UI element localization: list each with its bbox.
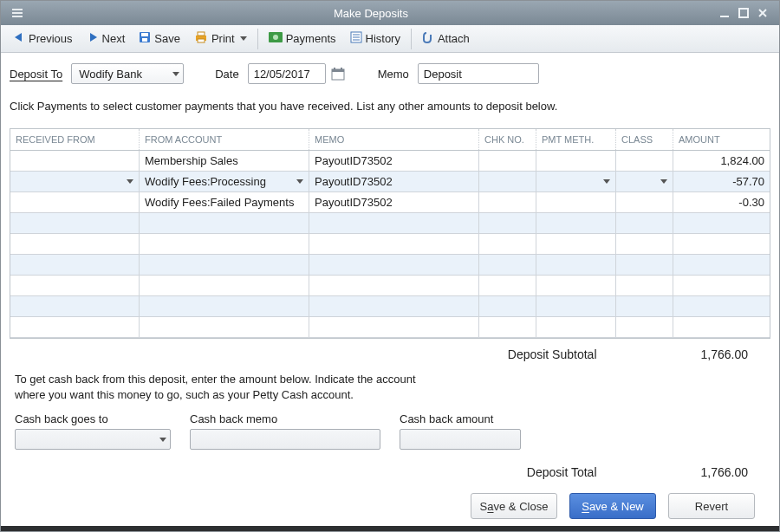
table-cell[interactable]: 1,824.00 — [673, 151, 770, 171]
maximize-icon[interactable] — [734, 5, 753, 21]
table-cell[interactable] — [615, 172, 673, 191]
table-cell[interactable] — [673, 213, 770, 233]
table-cell[interactable] — [673, 276, 770, 295]
table-cell[interactable] — [478, 172, 536, 191]
table-row[interactable]: Wodify Fees:ProcessingPayoutID73502-57.7… — [10, 172, 770, 192]
table-cell[interactable] — [10, 151, 139, 171]
close-icon[interactable] — [753, 5, 772, 21]
table-cell[interactable] — [309, 296, 478, 316]
memo-input[interactable]: Deposit — [418, 63, 539, 84]
print-button[interactable]: Print — [187, 29, 254, 49]
col-amount[interactable]: AMOUNT — [673, 129, 770, 150]
table-cell[interactable] — [10, 213, 139, 233]
table-cell[interactable] — [309, 255, 478, 275]
table-cell[interactable] — [10, 234, 139, 254]
table-cell[interactable] — [478, 296, 536, 316]
table-cell[interactable] — [615, 213, 673, 233]
table-cell[interactable] — [673, 296, 770, 316]
table-cell[interactable] — [10, 255, 139, 275]
table-cell[interactable] — [139, 213, 309, 233]
cashback-amount-input[interactable] — [400, 429, 521, 450]
table-cell[interactable]: Membership Sales — [139, 151, 309, 171]
col-from-account[interactable]: FROM ACCOUNT — [139, 129, 309, 150]
deposit-to-dropdown[interactable]: Wodify Bank — [71, 63, 184, 84]
grid-body[interactable]: Membership SalesPayoutID735021,824.00Wod… — [10, 151, 770, 338]
table-row[interactable] — [10, 213, 770, 234]
table-cell[interactable] — [615, 276, 673, 295]
table-cell[interactable] — [478, 234, 536, 254]
cashback-memo-input[interactable] — [190, 429, 380, 450]
attach-button[interactable]: Attach — [415, 29, 477, 49]
col-class[interactable]: CLASS — [615, 129, 673, 150]
save-and-close-button[interactable]: Save & Close — [471, 493, 557, 519]
col-chk-no[interactable]: CHK NO. — [478, 129, 536, 150]
table-row[interactable]: Membership SalesPayoutID735021,824.00 — [10, 151, 770, 172]
table-cell[interactable] — [615, 192, 673, 212]
previous-button[interactable]: Previous — [6, 29, 80, 49]
table-cell[interactable] — [536, 192, 615, 212]
col-received-from[interactable]: RECEIVED FROM — [10, 129, 139, 150]
table-cell[interactable] — [478, 213, 536, 233]
table-cell[interactable] — [536, 151, 615, 171]
table-cell[interactable] — [536, 213, 615, 233]
table-cell[interactable] — [615, 151, 673, 171]
save-button[interactable]: Save — [132, 29, 187, 49]
table-cell[interactable]: PayoutID73502 — [309, 172, 478, 191]
table-cell[interactable] — [536, 276, 615, 295]
table-cell[interactable] — [309, 317, 478, 337]
table-cell[interactable] — [139, 317, 309, 337]
payments-button[interactable]: Payments — [262, 29, 343, 48]
table-cell[interactable] — [478, 192, 536, 212]
table-row[interactable] — [10, 234, 770, 255]
col-pmt-meth[interactable]: PMT METH. — [536, 129, 615, 150]
history-button[interactable]: History — [343, 29, 407, 49]
table-cell[interactable] — [309, 276, 478, 295]
table-cell[interactable] — [673, 255, 770, 275]
col-memo[interactable]: MEMO — [309, 129, 478, 150]
table-cell[interactable] — [478, 276, 536, 295]
table-cell[interactable] — [10, 296, 139, 316]
table-cell[interactable]: Wodify Fees:Processing — [139, 172, 309, 191]
table-cell[interactable]: -0.30 — [673, 192, 770, 212]
table-cell[interactable]: PayoutID73502 — [309, 151, 478, 171]
table-cell[interactable] — [309, 234, 478, 254]
table-cell[interactable] — [10, 276, 139, 295]
table-cell[interactable]: Wodify Fees:Failed Payments — [139, 192, 309, 212]
table-row[interactable] — [10, 276, 770, 296]
cashback-goes-to-dropdown[interactable] — [15, 429, 171, 450]
table-row[interactable] — [10, 317, 770, 338]
table-cell[interactable] — [478, 151, 536, 171]
table-cell[interactable] — [10, 172, 139, 191]
table-cell[interactable] — [139, 234, 309, 254]
table-cell[interactable] — [478, 317, 536, 337]
table-row[interactable] — [10, 255, 770, 276]
minimize-icon[interactable] — [715, 5, 734, 21]
table-cell[interactable]: -57.70 — [673, 172, 770, 191]
table-cell[interactable] — [536, 172, 615, 191]
table-cell[interactable] — [139, 255, 309, 275]
table-cell[interactable] — [615, 296, 673, 316]
table-cell[interactable] — [309, 213, 478, 233]
table-row[interactable] — [10, 296, 770, 317]
table-cell[interactable] — [10, 192, 139, 212]
table-cell[interactable] — [615, 317, 673, 337]
table-cell[interactable] — [673, 234, 770, 254]
table-cell[interactable] — [536, 296, 615, 316]
save-and-new-button[interactable]: Save & New — [569, 493, 656, 519]
table-cell[interactable] — [673, 317, 770, 337]
table-row[interactable]: Wodify Fees:Failed PaymentsPayoutID73502… — [10, 192, 770, 213]
date-input[interactable]: 12/05/2017 — [248, 63, 326, 84]
revert-button[interactable]: Revert — [668, 493, 755, 519]
table-cell[interactable] — [139, 296, 309, 316]
table-cell[interactable] — [536, 255, 615, 275]
table-cell[interactable] — [536, 317, 615, 337]
table-cell[interactable] — [139, 276, 309, 295]
table-cell[interactable] — [10, 317, 139, 337]
table-cell[interactable] — [478, 255, 536, 275]
table-cell[interactable] — [615, 255, 673, 275]
calendar-icon[interactable] — [329, 65, 347, 82]
table-cell[interactable] — [536, 234, 615, 254]
table-cell[interactable] — [615, 234, 673, 254]
next-button[interactable]: Next — [80, 29, 133, 49]
table-cell[interactable]: PayoutID73502 — [309, 192, 478, 212]
